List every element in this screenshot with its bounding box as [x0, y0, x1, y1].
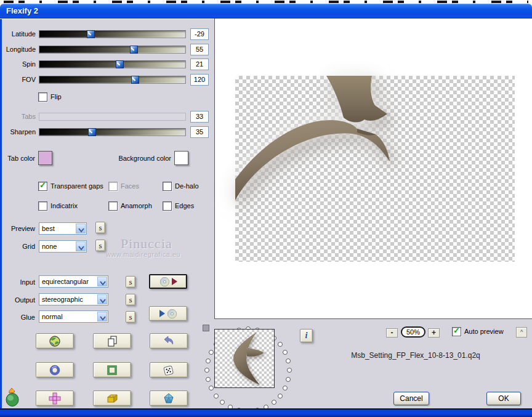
longitude-value-box[interactable]: 55	[190, 44, 209, 55]
chevron-down-icon[interactable]	[76, 224, 86, 233]
edges-box[interactable]: ✓	[163, 201, 172, 211]
brick-button[interactable]	[93, 391, 131, 406]
fov-label: FOV	[0, 76, 36, 83]
watermark-name: Pinuccia	[121, 236, 172, 252]
auto-preview-box[interactable]: ✓	[452, 327, 461, 336]
chevron-down-icon[interactable]	[76, 241, 86, 251]
globe-icon	[49, 335, 61, 347]
ring-dot	[283, 350, 288, 355]
green-frame-icon	[106, 364, 118, 376]
sharpen-slider-track[interactable]	[39, 128, 186, 136]
latitude-slider-thumb[interactable]	[87, 30, 95, 38]
fov-slider-thumb[interactable]	[131, 76, 139, 84]
cd-icon	[167, 309, 177, 319]
zoom-level-display[interactable]: 50%	[401, 326, 425, 338]
spin-value-box[interactable]: 21	[190, 59, 209, 70]
ring-dot	[287, 368, 292, 373]
indicatrix-box[interactable]: ✓	[38, 201, 47, 211]
grid-select[interactable]: none	[39, 240, 87, 253]
more-options-button[interactable]: ^	[516, 327, 527, 338]
glue-select[interactable]: normal	[39, 310, 108, 323]
random-dice-button[interactable]	[150, 362, 188, 378]
cube-net-icon	[48, 392, 62, 405]
titlebar[interactable]: Flexify 2	[0, 4, 532, 18]
longitude-slider-row: Longitude 55	[0, 46, 212, 59]
chevron-down-icon[interactable]	[97, 294, 107, 304]
sphere-map-button[interactable]	[36, 333, 74, 349]
ok-button[interactable]: OK	[486, 392, 521, 405]
longitude-label: Longitude	[0, 46, 36, 53]
anamorph-box[interactable]: ✓	[108, 201, 118, 211]
load-settings-button[interactable]	[149, 306, 187, 321]
ring-dot	[209, 386, 214, 391]
spin-slider-row: Spin 21	[0, 60, 212, 74]
thumbnail-ribbon	[215, 330, 273, 386]
latitude-slider-track[interactable]	[39, 30, 186, 38]
longitude-slider-track[interactable]	[39, 46, 186, 54]
tab-color-swatch[interactable]	[38, 151, 52, 165]
frame-button[interactable]	[93, 362, 131, 378]
red-play-arrow-icon	[172, 278, 177, 285]
output-select[interactable]: stereographic	[39, 293, 108, 306]
ring-dot	[206, 358, 211, 363]
undo-button[interactable]	[150, 333, 188, 349]
cd-icon	[159, 277, 170, 287]
blue-play-arrow-icon	[159, 310, 165, 317]
ring-dot	[220, 400, 225, 405]
window-title: Flexify 2	[6, 6, 38, 15]
ring-dot	[278, 342, 283, 347]
ring-dot	[283, 386, 288, 391]
longitude-slider-thumb[interactable]	[130, 46, 138, 54]
ring-dot	[278, 394, 283, 399]
latitude-value-box[interactable]: -29	[190, 28, 209, 40]
tabs-slider-track	[39, 113, 186, 121]
cube-net-button[interactable]	[36, 391, 74, 406]
background-color-swatch[interactable]	[174, 151, 188, 165]
torus-button[interactable]	[36, 362, 74, 378]
ring-marker-square[interactable]	[203, 325, 209, 331]
spin-slider-thumb[interactable]	[116, 60, 124, 68]
sharpen-slider-thumb[interactable]	[88, 128, 96, 136]
flip-checkbox-box[interactable]: ✓	[38, 92, 47, 102]
sharpen-slider-row: Sharpen 35	[0, 128, 212, 142]
navigator-thumbnail[interactable]	[214, 329, 275, 388]
anamorph-label: Anamorph	[121, 202, 152, 209]
grid-random-button[interactable]: s	[95, 240, 105, 251]
preview-random-button[interactable]: s	[95, 222, 105, 233]
zoom-in-button[interactable]: +	[428, 328, 440, 338]
latitude-label: Latitude	[0, 30, 36, 38]
flaming-pear-logo[interactable]	[4, 387, 23, 407]
chevron-down-icon[interactable]	[97, 277, 107, 286]
save-settings-button[interactable]	[149, 274, 187, 289]
ring-dot	[206, 377, 211, 382]
faces-box: ✓	[108, 182, 118, 191]
ring-dot	[286, 358, 291, 363]
tabs-value-box[interactable]: 33	[190, 111, 209, 123]
input-select[interactable]: equirectangular	[39, 275, 108, 288]
tabs-slider-row: Tabs 33	[0, 113, 212, 126]
polyhedron-button[interactable]	[150, 391, 188, 406]
chevron-down-icon[interactable]	[97, 312, 107, 322]
dehalo-label: De-halo	[175, 182, 199, 190]
fov-slider-track[interactable]	[39, 76, 186, 84]
spin-slider-track[interactable]	[39, 60, 186, 68]
background-color-label: Background color	[99, 154, 171, 163]
sharpen-value-box[interactable]: 35	[190, 126, 209, 138]
zoom-out-button[interactable]: -	[386, 328, 398, 338]
torus-icon	[49, 364, 61, 376]
input-random-button[interactable]: s	[126, 276, 135, 288]
flaming-pear-icon	[4, 387, 23, 407]
info-button[interactable]: i	[300, 329, 313, 342]
tab-color-label: Tab color	[0, 154, 35, 163]
dehalo-box[interactable]: ✓	[163, 182, 172, 191]
fov-value-box[interactable]: 120	[190, 74, 209, 86]
transparent-gaps-box[interactable]: ✓	[38, 182, 47, 191]
check-icon: ✓	[39, 180, 46, 190]
glue-random-button[interactable]: s	[126, 311, 135, 323]
duplicate-button[interactable]	[93, 333, 131, 349]
preview-select[interactable]: best	[39, 222, 87, 235]
glue-select-value: normal	[42, 313, 63, 320]
cancel-button[interactable]: Cancel	[393, 392, 429, 405]
check-icon: ✓	[453, 326, 460, 335]
output-random-button[interactable]: s	[126, 294, 135, 306]
